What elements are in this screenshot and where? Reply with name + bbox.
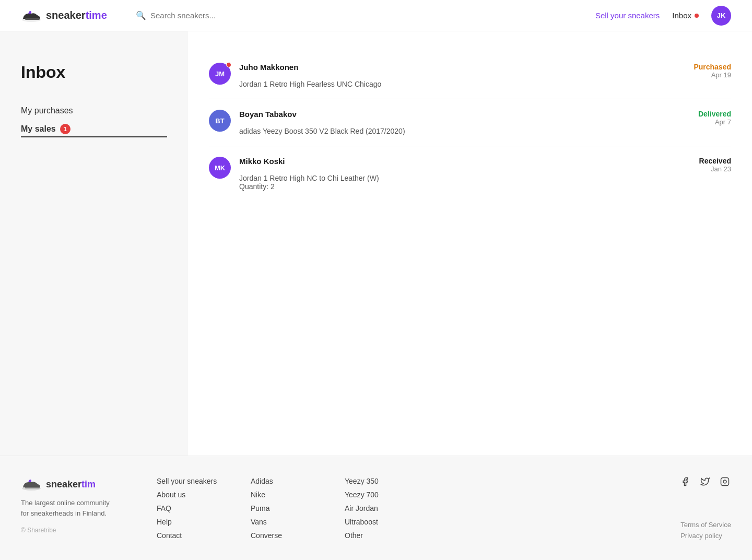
messages-area: JM Juho Makkonen Purchased Apr 19 Jordan…: [188, 31, 752, 456]
svg-rect-4: [721, 478, 729, 486]
footer-brand: sneakertim The largest online community …: [21, 477, 125, 540]
message-quantity-mk: Quantity: 2: [239, 182, 731, 191]
footer-legal: Terms of Service Privacy policy: [680, 521, 731, 540]
nav-item-sales[interactable]: My sales 1: [21, 121, 167, 137]
footer-tagline: The largest online community for sneaker…: [21, 498, 115, 518]
facebook-icon[interactable]: [680, 477, 690, 489]
message-status-mk: Received: [679, 157, 731, 165]
svg-rect-3: [25, 487, 40, 488]
message-content-bt: Boyan Tabakov Delivered Apr 7 adidas Yee…: [239, 110, 731, 135]
search-icon: 🔍: [136, 10, 146, 20]
message-item[interactable]: MK Mikko Koski Received Jan 23 Jordan 1 …: [209, 146, 731, 201]
footer-link-ultraboost[interactable]: Ultraboost: [345, 518, 407, 526]
user-avatar[interactable]: JK: [711, 6, 731, 26]
inbox-link[interactable]: Inbox: [672, 11, 699, 20]
nav-sales-badge: 1: [60, 124, 70, 134]
header-right: Sell your sneakers Inbox JK: [595, 6, 731, 26]
message-status-jm: Purchased: [679, 63, 731, 71]
search-input[interactable]: [150, 11, 359, 20]
footer-col-1: Sell your sneakers About us FAQ Help Con…: [157, 477, 219, 540]
footer-link-converse[interactable]: Converse: [251, 531, 313, 540]
message-header-mk: Mikko Koski Received Jan 23: [239, 157, 731, 173]
inbox-notification-dot: [695, 14, 699, 18]
logo-area: sneakertime: [21, 8, 125, 23]
footer-link-adidas[interactable]: Adidas: [251, 477, 313, 485]
message-content-jm: Juho Makkonen Purchased Apr 19 Jordan 1 …: [239, 63, 731, 88]
sender-name-jm: Juho Makkonen: [239, 63, 298, 72]
sender-name-bt: Boyan Tabakov: [239, 110, 297, 119]
footer-shoe-icon: [21, 477, 42, 492]
message-preview-bt: adidas Yeezy Boost 350 V2 Black Red (201…: [239, 127, 731, 135]
sender-name-mk: Mikko Koski: [239, 157, 285, 166]
message-content-mk: Mikko Koski Received Jan 23 Jordan 1 Ret…: [239, 157, 731, 191]
sidebar-nav: My purchases My sales 1: [21, 103, 167, 137]
footer-copyright: © Sharetribe: [21, 527, 125, 534]
sidebar: Inbox My purchases My sales 1: [0, 31, 188, 456]
privacy-link[interactable]: Privacy policy: [680, 532, 731, 540]
footer-link-yeezy350[interactable]: Yeezy 350: [345, 477, 407, 485]
nav-item-purchases[interactable]: My purchases: [21, 103, 167, 119]
footer-col-3: Yeezy 350 Yeezy 700 Air Jordan Ultraboos…: [345, 477, 407, 540]
logo-text: sneakertime: [46, 9, 107, 21]
svg-rect-1: [25, 18, 40, 20]
message-header-bt: Boyan Tabakov Delivered Apr 7: [239, 110, 731, 126]
message-item[interactable]: JM Juho Makkonen Purchased Apr 19 Jordan…: [209, 52, 731, 99]
footer-social: Terms of Service Privacy policy: [680, 477, 731, 540]
sender-avatar-jm: JM: [209, 63, 231, 85]
sell-sneakers-link[interactable]: Sell your sneakers: [595, 11, 660, 20]
social-icons: [680, 477, 731, 489]
message-header-jm: Juho Makkonen Purchased Apr 19: [239, 63, 731, 79]
status-date-jm: Purchased Apr 19: [679, 63, 731, 79]
sidebar-title: Inbox: [21, 63, 167, 82]
nav-sales-label: My sales: [21, 124, 56, 134]
twitter-icon[interactable]: [700, 477, 710, 489]
footer-top: sneakertim The largest online community …: [21, 477, 731, 540]
sender-avatar-mk: MK: [209, 157, 231, 179]
message-date-bt: Apr 7: [679, 118, 731, 126]
footer-link-vans[interactable]: Vans: [251, 518, 313, 526]
message-preview-jm: Jordan 1 Retro High Fearless UNC Chicago: [239, 80, 731, 88]
footer-link-help[interactable]: Help: [157, 518, 219, 526]
message-preview-mk: Jordan 1 Retro High NC to Chi Leather (W…: [239, 174, 731, 182]
online-indicator: [226, 62, 231, 67]
status-date-mk: Received Jan 23: [679, 157, 731, 173]
footer-logo-text: sneakertim: [46, 479, 96, 490]
message-date-jm: Apr 19: [679, 71, 731, 79]
footer-link-nike[interactable]: Nike: [251, 491, 313, 499]
footer-logo: sneakertim: [21, 477, 125, 492]
footer-link-about[interactable]: About us: [157, 491, 219, 499]
message-status-bt: Delivered: [679, 110, 731, 118]
footer-link-other[interactable]: Other: [345, 531, 407, 540]
sender-avatar-bt: BT: [209, 110, 231, 132]
nav-purchases-label: My purchases: [21, 106, 73, 115]
header: sneakertime 🔍 Sell your sneakers Inbox J…: [0, 0, 752, 31]
main-content: Inbox My purchases My sales 1 JM Juho Ma…: [0, 31, 752, 456]
logo-shoe-icon: [21, 8, 42, 23]
footer-link-airjordan[interactable]: Air Jordan: [345, 504, 407, 512]
search-area: 🔍: [125, 10, 595, 20]
instagram-icon[interactable]: [720, 477, 730, 489]
footer-link-yeezy700[interactable]: Yeezy 700: [345, 491, 407, 499]
footer-link-faq[interactable]: FAQ: [157, 504, 219, 512]
footer-link-sell[interactable]: Sell your sneakers: [157, 477, 219, 485]
footer-link-puma[interactable]: Puma: [251, 504, 313, 512]
footer: sneakertim The largest online community …: [0, 456, 752, 560]
message-item[interactable]: BT Boyan Tabakov Delivered Apr 7 adidas …: [209, 99, 731, 146]
footer-link-contact[interactable]: Contact: [157, 531, 219, 540]
footer-col-2: Adidas Nike Puma Vans Converse: [251, 477, 313, 540]
status-date-bt: Delivered Apr 7: [679, 110, 731, 126]
terms-link[interactable]: Terms of Service: [680, 521, 731, 529]
message-date-mk: Jan 23: [679, 165, 731, 173]
